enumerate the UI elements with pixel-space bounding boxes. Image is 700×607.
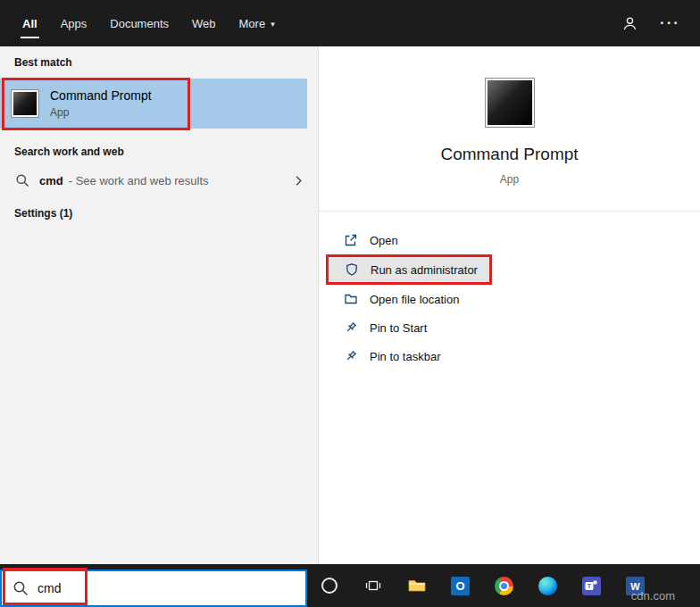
results-panel: Best match Command Prompt App Search wor… [0, 46, 318, 564]
preview-panel: Command Prompt App Open Run as administr… [318, 46, 700, 564]
outlook-tile: O [451, 577, 470, 595]
edge-icon[interactable] [526, 564, 570, 607]
open-icon [344, 233, 358, 247]
word-icon[interactable]: W [613, 564, 657, 607]
tab-apps[interactable]: Apps [49, 0, 99, 46]
action-open-file-location-label: Open file location [370, 293, 459, 306]
preview-app-subtitle: App [319, 173, 700, 186]
svg-text:W: W [630, 581, 640, 592]
filter-tabs: All Apps Documents Web More ▾ [0, 0, 287, 46]
pin-icon [344, 349, 358, 363]
search-input-value: cmd [38, 581, 61, 595]
tab-documents[interactable]: Documents [98, 0, 180, 46]
command-prompt-icon [12, 90, 38, 117]
best-match-header: Best match [0, 46, 318, 69]
tab-web-label: Web [192, 17, 216, 30]
suggestion-description: - See work and web results [69, 174, 209, 187]
chrome-icon[interactable] [482, 564, 526, 607]
cortana-icon[interactable] [307, 564, 351, 607]
search-web-header: Search work and web [0, 146, 318, 158]
preview-divider [319, 211, 700, 212]
topbar-right: ··· [621, 14, 700, 32]
taskbar: cmd O T W [0, 564, 700, 607]
action-pin-to-taskbar-label: Pin to taskbar [370, 350, 441, 363]
best-match-title: Command Prompt [50, 88, 152, 103]
command-prompt-icon [486, 79, 534, 127]
tab-web[interactable]: Web [180, 0, 228, 46]
suggestion-query: cmd [39, 174, 63, 187]
teams-icon[interactable]: T [570, 564, 613, 607]
folder-icon [344, 292, 358, 306]
account-icon[interactable] [621, 15, 638, 32]
best-match-text: Command Prompt App [50, 88, 152, 119]
action-open-file-location[interactable]: Open file location [319, 285, 700, 313]
action-open-label: Open [370, 234, 398, 247]
web-suggestion-item[interactable]: cmd - See work and web results [0, 165, 318, 195]
svg-text:T: T [588, 583, 592, 589]
action-run-as-administrator[interactable]: Run as administrator [326, 254, 492, 285]
search-icon [15, 173, 29, 187]
action-open[interactable]: Open [319, 226, 700, 254]
edge-circle [538, 577, 557, 595]
tab-documents-label: Documents [110, 17, 169, 30]
preview-app-title: Command Prompt [319, 145, 700, 164]
cortana-circle [321, 578, 338, 594]
taskbar-search-input[interactable]: cmd [0, 570, 307, 607]
action-list: Open Run as administrator Open file loca… [319, 226, 700, 370]
preview-top: Command Prompt App [319, 46, 700, 186]
best-match-subtitle: App [50, 106, 152, 119]
tab-all[interactable]: All [11, 0, 49, 46]
settings-header: Settings (1) [0, 207, 318, 220]
search-filter-bar: All Apps Documents Web More ▾ ··· [0, 0, 700, 46]
best-match-item[interactable]: Command Prompt App [0, 79, 307, 129]
search-icon [12, 580, 29, 596]
chrome-center [499, 581, 509, 591]
shield-icon [345, 262, 359, 277]
windows-search-flyout: All Apps Documents Web More ▾ ··· [0, 0, 700, 607]
ellipsis-icon[interactable]: ··· [660, 14, 680, 32]
chrome-circle [495, 577, 513, 595]
outlook-icon[interactable]: O [438, 564, 482, 607]
tab-more-label: More [239, 17, 266, 30]
taskbar-icons: O T W [307, 564, 657, 607]
pin-icon [344, 320, 358, 335]
action-pin-to-start[interactable]: Pin to Start [319, 313, 700, 342]
tab-all-label: All [22, 17, 38, 30]
search-results-area: Best match Command Prompt App Search wor… [0, 46, 700, 564]
chevron-right-icon[interactable] [292, 174, 305, 187]
file-explorer-icon[interactable] [395, 564, 438, 607]
tab-more[interactable]: More ▾ [228, 0, 287, 46]
chevron-down-icon: ▾ [271, 20, 275, 29]
action-pin-to-start-label: Pin to Start [370, 321, 427, 335]
tab-apps-label: Apps [61, 17, 88, 30]
task-view-icon[interactable] [351, 564, 395, 607]
action-run-as-administrator-label: Run as administrator [371, 263, 478, 277]
action-pin-to-taskbar[interactable]: Pin to taskbar [319, 342, 700, 370]
